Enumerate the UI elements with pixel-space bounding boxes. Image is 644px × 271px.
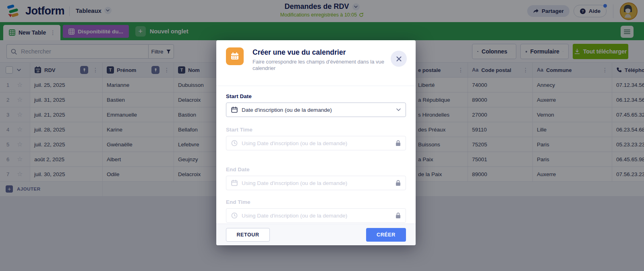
start-date-select[interactable]: Date d'inscription (ou de la demande) [226,103,406,117]
chevron-down-icon [396,109,401,111]
calendar-icon [231,107,238,113]
end-date-field: Using Date d'inscription (ou de la deman… [226,176,406,190]
clock-icon [231,212,238,219]
start-date-label: Start Date [226,93,406,99]
lock-icon [396,213,401,219]
back-button[interactable]: RETOUR [226,228,270,242]
jotform-tables-app: Jotform Tableaux Demandes de RDV Modific… [0,0,644,271]
close-icon[interactable] [391,51,407,67]
modal-footer: RETOUR CRÉER [216,224,416,245]
divider [216,86,416,86]
start-time-label: Start Time [226,127,406,133]
modal-title: Créer une vue du calendrier [253,48,387,57]
end-time-placeholder: Using Date d'inscription (ou de la deman… [242,213,347,219]
end-time-field: Using Date d'inscription (ou de la deman… [226,208,406,223]
clock-icon [231,140,238,146]
modal-header: Créer une vue du calendrier Faire corres… [216,40,416,77]
start-time-placeholder: Using Date d'inscription (ou de la deman… [242,140,347,146]
calendar-icon [231,180,238,186]
modal-body: Start Date Date d'inscription (ou de la … [216,93,416,223]
start-time-field: Using Date d'inscription (ou de la deman… [226,136,406,150]
lock-icon [396,140,401,146]
lock-icon [396,180,401,186]
create-button[interactable]: CRÉER [366,228,406,242]
create-calendar-view-modal: Créer une vue du calendrier Faire corres… [216,40,416,245]
calendar-view-icon [226,47,244,65]
start-date-value: Date d'inscription (ou de la demande) [242,107,332,113]
modal-subtitle: Faire correspondre les champs d'événemen… [253,59,387,72]
end-time-label: End Time [226,199,406,205]
end-date-label: End Date [226,166,406,172]
end-date-placeholder: Using Date d'inscription (ou de la deman… [242,180,347,186]
